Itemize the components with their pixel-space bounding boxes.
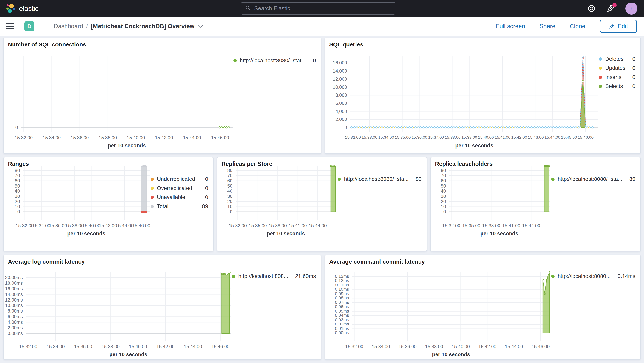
plot-area[interactable]	[23, 166, 150, 220]
legend-series-label[interactable]: http://localhost:8080/_stat...	[240, 58, 306, 64]
clone-button[interactable]: Clone	[570, 23, 586, 30]
legend-series-value: 0.14ms	[614, 273, 635, 279]
full-screen-button[interactable]: Full screen	[496, 23, 525, 30]
plot-area[interactable]	[26, 272, 231, 341]
search-input[interactable]	[254, 5, 395, 12]
legend-series-label[interactable]: Inserts	[605, 74, 625, 80]
panel-title[interactable]: Average log commit latency	[8, 258, 85, 265]
y-tick-label: 0	[18, 209, 20, 215]
x-tick-label: 15:46:00	[132, 223, 150, 228]
panel-replica-leaseholders: Replica leaseholders 0102030405060708015…	[430, 157, 641, 251]
x-tick-label: 15:38:00	[425, 344, 443, 349]
legend-series-label[interactable]: Unavailable	[157, 194, 195, 200]
legend-series-label[interactable]: Selects	[605, 83, 625, 89]
legend-series-dot	[599, 85, 602, 88]
x-tick-label: 15:46:00	[532, 344, 550, 349]
dashboard-app-badge[interactable]: D	[24, 21, 34, 31]
y-tick-label: 20	[15, 199, 20, 204]
user-avatar[interactable]: r	[626, 3, 638, 15]
y-tick-label: 50	[227, 183, 232, 189]
y-tick-label: 40	[15, 188, 20, 194]
panel-title[interactable]: SQL queries	[329, 41, 363, 48]
y-axis: 0.00ms0.01ms0.02ms0.03ms0.04ms0.05ms0.06…	[325, 272, 352, 341]
y-tick-label: 30	[227, 193, 232, 199]
legend-series-value: 89	[198, 203, 208, 209]
chart-canvas[interactable]: 0.00ms0.01ms0.02ms0.03ms0.04ms0.05ms0.06…	[325, 272, 640, 357]
x-tick-label: 15:42:00	[511, 135, 527, 140]
y-tick-label: 6,000	[336, 100, 347, 106]
x-axis: 15:32:0015:35:0015:38:0015:41:0015:44:00	[449, 220, 550, 230]
x-tick-label: 15:38:00	[66, 223, 84, 228]
plot-area[interactable]	[350, 57, 598, 132]
y-tick-label: 8.00ms	[8, 308, 23, 314]
legend-series-value: 0	[628, 74, 635, 80]
x-tick-label: 15:32:00	[19, 344, 37, 349]
legend-series-label[interactable]: Deletes	[605, 56, 625, 62]
y-tick-label: 40	[441, 188, 446, 194]
chart-canvas[interactable]: 015:32:0015:34:0015:36:0015:38:0015:40:0…	[4, 57, 321, 149]
pencil-icon	[609, 24, 615, 29]
share-button[interactable]: Share	[540, 23, 556, 30]
help-button[interactable]	[587, 4, 596, 13]
x-tick-label: 15:44:00	[184, 344, 202, 349]
legend-series-value: 0	[198, 185, 208, 191]
panel-title[interactable]: Number of SQL connections	[8, 41, 86, 48]
x-tick-label: 15:45:00	[561, 135, 577, 140]
legend-series-label[interactable]: http://localhost:8080/_sta...	[558, 176, 622, 182]
legend-series-label[interactable]: http://localhost:8080...	[558, 273, 610, 279]
legend-series-label[interactable]: Underreplicated	[157, 176, 195, 182]
y-tick-label: 14,000	[333, 68, 347, 74]
chevron-down-icon[interactable]	[198, 24, 204, 28]
plot-area[interactable]	[449, 166, 550, 220]
elastic-logo[interactable]: elastic	[6, 4, 38, 14]
plot-area[interactable]	[236, 166, 336, 220]
x-tick-label: 15:44:00	[544, 135, 560, 140]
global-search[interactable]	[241, 2, 395, 15]
global-header: elastic	[0, 0, 644, 17]
kibana-dashboard-page: elastic	[0, 0, 644, 363]
breadcrumb-dashboard-link[interactable]: Dashboard	[54, 23, 83, 30]
news-button[interactable]	[606, 4, 616, 13]
elastic-logo-icon	[6, 4, 16, 14]
y-tick-label: 6.00ms	[8, 314, 23, 319]
edit-button[interactable]: Edit	[600, 20, 637, 33]
x-tick-label: 15:32:00	[15, 135, 33, 140]
legend-series-label[interactable]: http://localhost:8080/_sta...	[344, 176, 409, 182]
legend-series-label[interactable]: Total	[157, 203, 195, 209]
legend-series-dot	[599, 58, 602, 61]
x-tick-label: 15:40:00	[129, 344, 147, 349]
x-tick-label: 15:44:00	[505, 344, 523, 349]
y-tick-label: 12,000	[333, 76, 347, 82]
panel-title[interactable]: Average command commit latency	[329, 258, 425, 265]
chart-canvas[interactable]: 02,0004,0006,0008,00010,00012,00014,0001…	[325, 57, 640, 149]
x-tick-label: 15:32:00	[229, 223, 247, 228]
x-tick-label: 15:34:00	[43, 135, 61, 140]
plot-area[interactable]	[352, 272, 550, 341]
y-tick-label: 2.00ms	[8, 325, 23, 331]
panel-sql-connections: Number of SQL connections 015:32:0015:34…	[3, 38, 321, 154]
y-tick-label: 30	[15, 193, 20, 199]
x-tick-label: 15:35:00	[249, 223, 267, 228]
legend-series-label[interactable]: Overreplicated	[157, 185, 195, 191]
panel-replicas-per-store: Replicas per Store 0102030405060708015:3…	[217, 157, 427, 251]
x-axis-title: per 10 seconds	[449, 231, 550, 237]
legend-series-label[interactable]: http://localhost:808...	[238, 273, 288, 279]
page-title[interactable]: [Metricbeat CockroachDB] Overview	[91, 23, 194, 30]
chart-canvas[interactable]: 0.00ms2.00ms4.00ms6.00ms8.00ms10.00ms12.…	[4, 272, 321, 357]
x-tick-label: 15:44:00	[116, 223, 134, 228]
y-axis: 01020304050607080	[4, 166, 23, 220]
y-tick-label: 18.00ms	[5, 280, 23, 286]
x-tick-label: 15:46:00	[211, 135, 229, 140]
legend-series-dot	[232, 275, 235, 278]
y-tick-label: 4.00ms	[8, 319, 23, 325]
dashboard-toolbar: D Dashboard / [Metricbeat CockroachDB] O…	[0, 17, 644, 36]
y-tick-label: 12.00ms	[5, 297, 23, 303]
x-tick-label: 15:38:00	[99, 135, 117, 140]
menu-button[interactable]	[6, 24, 14, 30]
plot-area[interactable]	[21, 57, 233, 132]
notification-dot	[612, 3, 616, 7]
chart-legend: http://localhost:8080...0.14ms	[551, 273, 635, 279]
legend-series-label[interactable]: Updates	[605, 65, 625, 71]
legend-series-dot	[551, 178, 554, 181]
y-tick-label: 70	[227, 173, 232, 179]
